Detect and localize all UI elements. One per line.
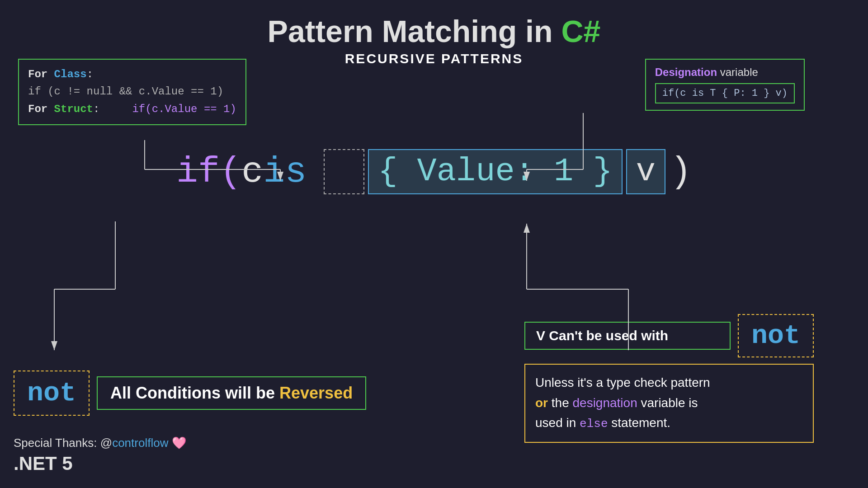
- reversed-text: Reversed: [279, 384, 353, 402]
- unless-text: Unless it's a type check pattern or the …: [535, 373, 803, 434]
- if-keyword: if(: [176, 151, 241, 192]
- if-class-code: if (c != null && c.Value == 1): [28, 83, 236, 100]
- v-text: v: [636, 153, 656, 190]
- property-box: { Value: 1 }: [368, 149, 622, 194]
- top-left-box: For Class: if (c != null && c.Value == 1…: [18, 59, 246, 125]
- footer: Special Thanks: @controlflow 🩷 .NET 5: [14, 436, 186, 474]
- title-area: Pattern Matching in C# RECURSIVE PATTERN…: [0, 0, 868, 66]
- designation-code: if(c is T { P: 1 } v): [662, 88, 788, 99]
- for-keyword2: For: [28, 103, 54, 115]
- colon2: :: [93, 103, 132, 115]
- variable-word: variable: [717, 66, 758, 78]
- all-conditions-box: All Conditions will be Reversed: [97, 376, 366, 410]
- top-right-inner-box: if(c is T { P: 1 } v): [655, 83, 795, 103]
- v-box: v: [626, 149, 665, 194]
- struct-name: Struct: [54, 103, 93, 115]
- vcant-row: V Can't be used with not: [524, 314, 814, 357]
- else-code: else: [580, 417, 608, 431]
- title-text: Pattern Matching in: [268, 14, 561, 48]
- not-box-left: not: [14, 371, 90, 416]
- designation-keyword: designation: [572, 396, 637, 410]
- for-struct-line: For Struct: if(c.Value == 1): [28, 101, 236, 118]
- conditions-part1: All Conditions will be: [110, 384, 279, 402]
- conditions-text: All Conditions will be Reversed: [110, 384, 353, 402]
- not-box-right: not: [738, 314, 814, 357]
- main-title: Pattern Matching in C#: [0, 14, 868, 49]
- bottom-left: not All Conditions will be Reversed: [14, 371, 366, 416]
- is-keyword: is: [263, 151, 307, 192]
- designation-label: Designation variable: [655, 66, 795, 79]
- or-keyword: or: [535, 396, 548, 410]
- class-name: Class: [54, 68, 87, 80]
- property-text: { Value: 1 }: [378, 153, 612, 190]
- controlflow-handle: controlflow: [112, 436, 168, 450]
- unless-line2: the: [548, 396, 572, 410]
- dotnet-version: .NET 5: [14, 453, 186, 474]
- for-class-line: For Class:: [28, 66, 236, 83]
- c-var: c: [241, 151, 263, 192]
- if-class-code-text: if (c != null && c.Value == 1): [28, 85, 223, 98]
- unless-box: Unless it's a type check pattern or the …: [524, 364, 814, 443]
- top-right-box: Designation variable if(c is T { P: 1 } …: [645, 59, 805, 111]
- close-paren: ): [670, 151, 692, 192]
- main-code-area: if(c is { Value: 1 } v ): [0, 149, 868, 194]
- colon1: :: [87, 68, 93, 80]
- unless-line1: Unless it's a type check pattern: [535, 375, 710, 389]
- bottom-right: V Can't be used with not Unless it's a t…: [524, 314, 814, 443]
- not-text-left: not: [27, 378, 76, 408]
- page: Pattern Matching in C# RECURSIVE PATTERN…: [0, 0, 868, 488]
- space1: [307, 151, 320, 192]
- main-code: if(c is { Value: 1 } v ): [176, 149, 692, 194]
- heart-icon: 🩷: [172, 436, 186, 450]
- for-keyword: For: [28, 68, 54, 80]
- vcant-text: V Can't be used with: [524, 322, 731, 350]
- designation-word: Designation: [655, 66, 717, 78]
- unless-line4: used in: [535, 416, 580, 430]
- unless-end: statement.: [608, 416, 671, 430]
- thanks-label: Special Thanks: @: [14, 436, 112, 450]
- csharp-text: C#: [561, 14, 600, 48]
- type-placeholder-box: [324, 149, 364, 194]
- unless-line3: variable is: [637, 396, 698, 410]
- thanks-text: Special Thanks: @controlflow 🩷: [14, 436, 186, 450]
- not-text-right: not: [751, 320, 800, 351]
- if-struct-code: if(c.Value == 1): [132, 103, 236, 115]
